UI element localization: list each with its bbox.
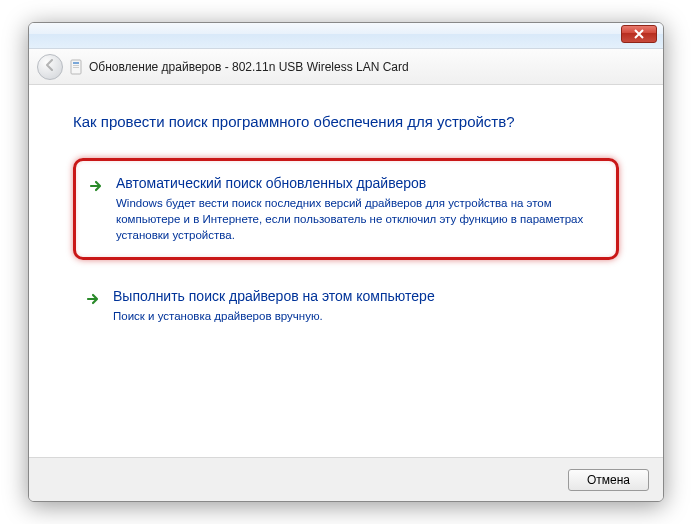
- dialog-window: Обновление драйверов - 802.11n USB Wirel…: [28, 22, 664, 502]
- cancel-button[interactable]: Отмена: [568, 469, 649, 491]
- svg-rect-1: [73, 62, 79, 64]
- option-auto-search[interactable]: Автоматический поиск обновленных драйвер…: [73, 158, 619, 260]
- titlebar: [29, 23, 663, 49]
- option-desc: Поиск и установка драйверов вручную.: [113, 308, 601, 324]
- footer: Отмена: [29, 457, 663, 501]
- content-area: Как провести поиск программного обеспече…: [29, 85, 663, 338]
- close-button[interactable]: [621, 25, 657, 43]
- device-icon: [69, 59, 83, 75]
- option-browse-computer[interactable]: Выполнить поиск драйверов на этом компью…: [73, 274, 619, 338]
- arrow-right-icon: [88, 178, 104, 194]
- option-title: Выполнить поиск драйверов на этом компью…: [113, 288, 601, 304]
- close-icon: [634, 25, 644, 43]
- main-heading: Как провести поиск программного обеспече…: [73, 113, 619, 130]
- svg-rect-2: [73, 65, 79, 66]
- arrow-right-icon: [85, 291, 101, 307]
- option-desc: Windows будет вести поиск последних верс…: [116, 195, 598, 243]
- arrow-left-icon: [43, 58, 57, 76]
- back-button[interactable]: [37, 54, 63, 80]
- option-title: Автоматический поиск обновленных драйвер…: [116, 175, 598, 191]
- header-bar: Обновление драйверов - 802.11n USB Wirel…: [29, 49, 663, 85]
- header-title: Обновление драйверов - 802.11n USB Wirel…: [89, 60, 409, 74]
- svg-rect-3: [73, 67, 79, 68]
